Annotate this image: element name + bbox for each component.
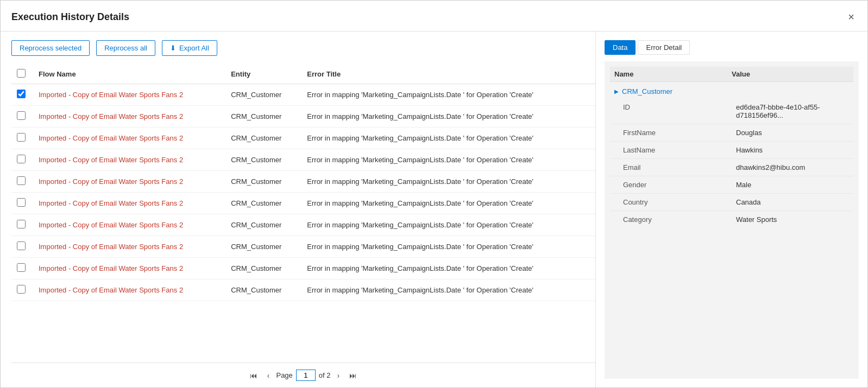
entity-cell: CRM_Customer — [225, 106, 301, 128]
error-title-cell: Error in mapping 'Marketing_CampaignList… — [301, 258, 595, 279]
left-panel: Reprocess selected Reprocess all ⬇ Expor… — [1, 31, 596, 387]
row-checkbox-7[interactable] — [17, 241, 26, 250]
entity-cell: CRM_Customer — [225, 258, 301, 279]
close-button[interactable]: × — [846, 9, 857, 24]
error-title-cell: Error in mapping 'Marketing_CampaignList… — [301, 214, 595, 236]
detail-field-row: CountryCanada — [610, 194, 853, 211]
detail-field-name: LastName — [623, 146, 736, 154]
flow-name-cell: Imported - Copy of Email Water Sports Fa… — [33, 258, 225, 279]
table-row: Imported - Copy of Email Water Sports Fa… — [11, 84, 595, 106]
row-checkbox-cell — [11, 214, 33, 236]
table-row: Imported - Copy of Email Water Sports Fa… — [11, 193, 595, 214]
detail-field-row: CategoryWater Sports — [610, 211, 853, 228]
entity-cell: CRM_Customer — [225, 84, 301, 106]
page-label: Page — [276, 371, 292, 379]
detail-field-name: Gender — [623, 181, 736, 189]
flow-name-cell: Imported - Copy of Email Water Sports Fa… — [33, 149, 225, 171]
right-panel: Data Error Detail Name Value ▶ CRM_Custo… — [596, 31, 867, 387]
table-row: Imported - Copy of Email Water Sports Fa… — [11, 214, 595, 236]
row-checkbox-cell — [11, 106, 33, 128]
table-header-row: Flow Name Entity Error Title — [11, 65, 595, 84]
row-checkbox-cell — [11, 128, 33, 149]
last-page-button[interactable]: ⏭ — [346, 370, 360, 381]
table-row: Imported - Copy of Email Water Sports Fa… — [11, 128, 595, 149]
detail-field-name: ID — [623, 103, 736, 119]
row-checkbox-9[interactable] — [17, 285, 26, 294]
table-row: Imported - Copy of Email Water Sports Fa… — [11, 236, 595, 258]
detail-field-row: LastNameHawkins — [610, 142, 853, 159]
row-checkbox-5[interactable] — [17, 198, 26, 207]
error-title-cell: Error in mapping 'Marketing_CampaignList… — [301, 236, 595, 258]
error-title-cell: Error in mapping 'Marketing_CampaignList… — [301, 84, 595, 106]
row-checkbox-6[interactable] — [17, 220, 26, 228]
table-row: Imported - Copy of Email Water Sports Fa… — [11, 149, 595, 171]
detail-field-value: Hawkins — [736, 146, 849, 154]
table-row: Imported - Copy of Email Water Sports Fa… — [11, 258, 595, 279]
pagination: ⏮ ‹ Page of 2 › ⏭ — [11, 362, 595, 387]
table-container: Flow Name Entity Error Title Imported - … — [11, 65, 595, 362]
flow-name-cell: Imported - Copy of Email Water Sports Fa… — [33, 279, 225, 301]
detail-field-value: Douglas — [736, 129, 849, 137]
error-title-cell: Error in mapping 'Marketing_CampaignList… — [301, 149, 595, 171]
row-checkbox-cell — [11, 171, 33, 193]
error-title-cell: Error in mapping 'Marketing_CampaignList… — [301, 279, 595, 301]
flow-name-cell: Imported - Copy of Email Water Sports Fa… — [33, 128, 225, 149]
crm-fields: IDed6dea7f-bbbe-4e10-af55-d718156ef96...… — [610, 99, 853, 228]
row-checkbox-2[interactable] — [17, 133, 26, 142]
tab-data[interactable]: Data — [605, 40, 636, 55]
tab-bar: Data Error Detail — [605, 40, 859, 55]
detail-field-row: FirstNameDouglas — [610, 124, 853, 142]
flow-name-cell: Imported - Copy of Email Water Sports Fa… — [33, 236, 225, 258]
detail-field-value: dhawkins2@hibu.com — [736, 163, 849, 171]
reprocess-all-button[interactable]: Reprocess all — [96, 40, 155, 56]
entity-header: Entity — [225, 65, 301, 84]
flow-name-header: Flow Name — [33, 65, 225, 84]
detail-header: Name Value — [610, 67, 853, 82]
entity-cell: CRM_Customer — [225, 236, 301, 258]
entity-cell: CRM_Customer — [225, 171, 301, 193]
table-body: Imported - Copy of Email Water Sports Fa… — [11, 84, 595, 301]
row-checkbox-0[interactable] — [17, 90, 26, 98]
page-input[interactable] — [296, 370, 316, 381]
table-row: Imported - Copy of Email Water Sports Fa… — [11, 171, 595, 193]
error-title-cell: Error in mapping 'Marketing_CampaignList… — [301, 193, 595, 214]
detail-field-name: Category — [623, 215, 736, 224]
row-checkbox-1[interactable] — [17, 111, 26, 120]
error-table: Flow Name Entity Error Title Imported - … — [11, 65, 595, 301]
row-checkbox-3[interactable] — [17, 155, 26, 163]
crm-group-header[interactable]: ▶ CRM_Customer — [610, 84, 853, 99]
select-all-checkbox[interactable] — [17, 69, 26, 78]
name-column-header: Name — [614, 70, 732, 78]
tab-error-detail[interactable]: Error Detail — [638, 40, 690, 55]
entity-cell: CRM_Customer — [225, 149, 301, 171]
table-row: Imported - Copy of Email Water Sports Fa… — [11, 106, 595, 128]
detail-field-row: Emaildhawkins2@hibu.com — [610, 159, 853, 176]
prev-page-button[interactable]: ‹ — [264, 370, 273, 381]
detail-field-value: ed6dea7f-bbbe-4e10-af55-d718156ef96... — [736, 103, 849, 119]
reprocess-selected-button[interactable]: Reprocess selected — [11, 40, 90, 56]
crm-chevron-icon: ▶ — [614, 88, 619, 94]
export-icon: ⬇ — [170, 44, 176, 52]
entity-cell: CRM_Customer — [225, 279, 301, 301]
export-all-button[interactable]: ⬇ Export All — [162, 40, 217, 56]
toolbar: Reprocess selected Reprocess all ⬇ Expor… — [11, 40, 595, 56]
first-page-button[interactable]: ⏮ — [247, 370, 261, 381]
detail-field-value: Water Sports — [736, 215, 849, 224]
modal-header: Execution History Details × — [1, 1, 867, 31]
row-checkbox-cell — [11, 258, 33, 279]
detail-panel: Name Value ▶ CRM_Customer IDed6dea7f-bbb… — [605, 61, 859, 379]
flow-name-cell: Imported - Copy of Email Water Sports Fa… — [33, 171, 225, 193]
row-checkbox-cell — [11, 84, 33, 106]
error-title-cell: Error in mapping 'Marketing_CampaignList… — [301, 106, 595, 128]
row-checkbox-cell — [11, 193, 33, 214]
row-checkbox-4[interactable] — [17, 176, 26, 185]
modal-title: Execution History Details — [11, 11, 129, 23]
error-title-cell: Error in mapping 'Marketing_CampaignList… — [301, 128, 595, 149]
row-checkbox-8[interactable] — [17, 263, 26, 272]
row-checkbox-cell — [11, 236, 33, 258]
entity-cell: CRM_Customer — [225, 128, 301, 149]
crm-group: ▶ CRM_Customer IDed6dea7f-bbbe-4e10-af55… — [610, 84, 853, 228]
next-page-button[interactable]: › — [334, 370, 343, 381]
error-title-cell: Error in mapping 'Marketing_CampaignList… — [301, 171, 595, 193]
row-checkbox-cell — [11, 279, 33, 301]
